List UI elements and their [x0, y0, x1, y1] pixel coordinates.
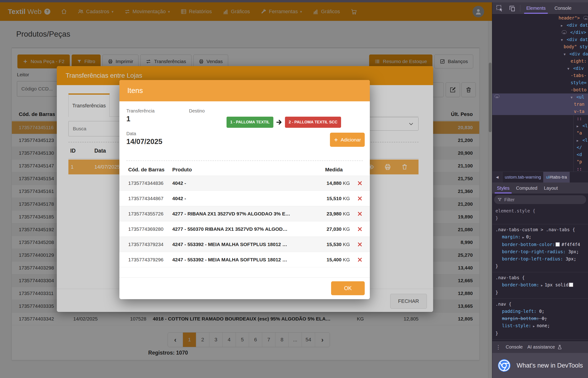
item-medida: 27,030 — [327, 226, 342, 232]
drawer-menu-icon[interactable]: ⋮ — [495, 344, 501, 351]
transferencia-label: Transferência — [126, 108, 155, 114]
col-barcode: Cód. de Barras — [128, 167, 172, 173]
tree-arrow-icon[interactable]: ▶ — [577, 139, 578, 142]
dom-tree-line[interactable]: v-ta — [492, 108, 588, 115]
remove-item-button[interactable] — [350, 226, 370, 232]
item-unit: KG — [343, 257, 350, 262]
origem-badge: 1 - PALLOMA TEXTIL — [227, 117, 273, 128]
tab-styles[interactable]: Styles — [494, 183, 513, 194]
item-medida: 23,980 — [327, 211, 342, 216]
item-produto: 4247 - 553392 - MEIA MALHA SOFTPLUS 1801… — [172, 242, 304, 247]
css-rule[interactable]: .nav-tabs-custom > .nav-tabs { margin:▶0… — [492, 224, 588, 272]
dom-tree-line[interactable]: ▼ <div da — [492, 50, 588, 57]
drawer-ai-tab[interactable]: AI assistance — [527, 344, 562, 350]
dom-tree-line[interactable]: -botto — [492, 86, 588, 94]
dom-tree-line[interactable]: <d — [492, 151, 588, 158]
dom-tree-line[interactable]: "a — [492, 129, 588, 136]
dom-breadcrumbs: ◀ ustom.tab-warning ul#tabs-tra — [492, 172, 588, 183]
adicionar-button[interactable]: Adicionar — [330, 133, 365, 147]
tree-code: :: — [577, 166, 582, 171]
expand-arrow-icon[interactable]: ▶ — [541, 284, 543, 287]
ok-button[interactable]: OK — [331, 281, 365, 295]
dom-tree-line[interactable]: -tabs- — [492, 72, 588, 79]
item-row: 1735774344836 4042 - 14,880 KG — [120, 176, 370, 191]
inspect-cursor-icon — [496, 4, 504, 12]
tab-layout-label: Layout — [544, 186, 558, 191]
styles-tabs: Styles Computed Layout — [492, 183, 588, 194]
item-unit: KG — [343, 242, 350, 247]
tree-arrow-icon[interactable]: ▶ — [577, 124, 578, 128]
dom-tree-line[interactable]: ▼ <div — [492, 65, 588, 72]
remove-item-button[interactable] — [350, 257, 370, 262]
dom-tree-line[interactable]: … ▼ <ul — [492, 94, 588, 101]
plus-icon — [334, 137, 338, 142]
expand-inline-icon[interactable]: … — [583, 16, 588, 20]
more-actions-icon[interactable]: … — [494, 94, 499, 98]
remove-item-button[interactable] — [350, 242, 370, 247]
dom-tree-line[interactable]: </ — [492, 144, 588, 151]
tree-arrow-icon[interactable]: ▼ — [564, 53, 565, 56]
expand-arrow-icon[interactable]: ▶ — [522, 236, 524, 239]
remove-x-icon — [357, 180, 363, 186]
item-unit: KG — [343, 196, 350, 201]
css-brace: } — [495, 262, 588, 270]
destino-badge: 2 - PALLOMA TEXTIL SCC — [285, 117, 341, 128]
tree-code: style= — [571, 80, 587, 85]
tree-code: <div — [573, 66, 584, 71]
dom-tree-line[interactable]: style= — [492, 79, 588, 86]
css-rule[interactable]: .nav-tabs { border-bottom:▶1px solid } — [492, 272, 588, 299]
dom-tree-line[interactable]: ▶ <div data — [492, 22, 588, 29]
dom-tree-line[interactable]: body" sty — [492, 43, 588, 50]
dom-tree-line[interactable]: :: — [492, 115, 588, 122]
css-rule[interactable]: element.style { } — [492, 205, 588, 224]
dom-tree-line[interactable]: … </div> — [492, 29, 588, 36]
tab-console-label: Console — [554, 6, 571, 11]
whats-new-label: What's new in DevTools — [517, 362, 583, 369]
tab-layout[interactable]: Layout — [541, 183, 561, 194]
dom-tree-line[interactable]: "p — [492, 158, 588, 165]
tab-elements[interactable]: Elements — [523, 2, 548, 14]
color-swatch[interactable] — [556, 242, 560, 246]
device-toolbar-button[interactable] — [508, 4, 517, 13]
itens-table-header: Cód. de Barras Produto Medida — [120, 164, 370, 176]
dom-tree-line[interactable]: tran — [492, 101, 588, 108]
arrow-right-icon — [276, 119, 283, 126]
dom-tree-line[interactable]: :: — [492, 165, 588, 172]
breadcrumb-item-active[interactable]: ul#tabs-tra — [543, 172, 570, 183]
transferencia-value: 1 — [126, 115, 130, 123]
tree-arrow-icon[interactable]: ▶ — [561, 24, 563, 27]
expand-inline-icon[interactable]: … — [562, 30, 567, 34]
remove-item-button[interactable] — [350, 180, 370, 186]
whats-new-banner[interactable]: What's new in DevTools — [492, 353, 588, 378]
data-value: 14/07/2025 — [126, 137, 162, 146]
dom-tree-line[interactable]: ▶ <l — [492, 122, 588, 129]
tab-computed[interactable]: Computed — [513, 183, 540, 194]
dom-tree-line[interactable]: header"> … — [492, 14, 588, 22]
dom-tree-line[interactable]: ▶ <l — [492, 136, 588, 144]
breadcrumb-item[interactable]: ustom.tab-warning — [502, 175, 543, 180]
expand-arrow-icon[interactable]: ▶ — [533, 324, 535, 328]
dom-tree-line[interactable]: eight: — [492, 57, 588, 65]
css-rule[interactable]: .nav { padding-left: 0; margin-bottom: 0… — [492, 299, 588, 339]
remove-item-button[interactable] — [350, 196, 370, 201]
styles-filter-input[interactable]: Filter — [494, 195, 586, 204]
tree-code: body" — [564, 44, 577, 49]
tree-arrow-icon[interactable]: ▼ — [571, 95, 573, 99]
color-swatch[interactable] — [569, 283, 573, 287]
item-barcode: 1735774379234 — [128, 242, 172, 247]
breadcrumb-back-icon[interactable]: ◀ — [492, 172, 502, 183]
tree-code: </ — [577, 145, 582, 150]
dom-tree-line[interactable]: ▼ <div data — [492, 36, 588, 43]
tab-console[interactable]: Console — [552, 2, 574, 14]
item-medida: 15,400 — [327, 257, 342, 262]
tree-code: <l — [582, 123, 588, 128]
tree-arrow-icon[interactable]: ▼ — [561, 38, 563, 42]
drawer-console-tab[interactable]: Console — [506, 344, 523, 350]
item-medida: 15,510 — [327, 196, 342, 201]
tree-code: <ul — [576, 94, 584, 99]
inspect-element-button[interactable] — [495, 4, 504, 13]
tree-code: <div data — [567, 23, 588, 27]
remove-item-button[interactable] — [350, 211, 370, 216]
tree-arrow-icon[interactable]: ▼ — [567, 67, 569, 70]
chrome-logo-icon — [497, 357, 511, 374]
